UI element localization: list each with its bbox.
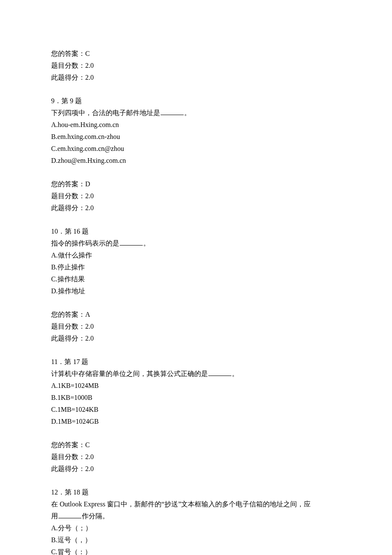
question-number: 10．第 16 题	[51, 225, 341, 237]
question-stem: 指令的操作码表示的是。	[51, 237, 341, 249]
option-a: A.1KB=1024MB	[51, 380, 341, 392]
earned-score-value: 2.0	[85, 335, 94, 342]
full-score-value: 2.0	[85, 323, 94, 330]
answer-label: 您的答案：	[51, 311, 85, 318]
earned-score-label: 此题得分：	[51, 465, 85, 472]
answer-value: C	[85, 50, 90, 57]
answer-line: 您的答案：D	[51, 178, 341, 190]
question-stem-line1: 在 Outlook Express 窗口中，新邮件的“抄送”文本框输入的多个电子…	[51, 498, 341, 510]
stem-post: 。	[232, 370, 239, 377]
answer-label: 您的答案：	[51, 50, 85, 57]
full-score-value: 2.0	[85, 192, 94, 199]
fill-blank	[208, 369, 231, 376]
full-score-line: 题目分数：2.0	[51, 321, 341, 332]
earned-score-value: 2.0	[85, 204, 94, 211]
stem-pre: 计算机中存储容量的单位之间，其换算公式正确的是	[51, 370, 208, 377]
full-score-value: 2.0	[85, 62, 94, 69]
option-b: B.停止操作	[51, 261, 341, 273]
answer-label: 您的答案：	[51, 441, 85, 448]
full-score-label: 题目分数：	[51, 192, 85, 199]
answer-label: 您的答案：	[51, 180, 85, 188]
earned-score-line: 此题得分：2.0	[51, 332, 341, 344]
stem-pre: 下列四项中，合法的电子邮件地址是	[51, 109, 160, 116]
full-score-line: 题目分数：2.0	[51, 60, 341, 72]
earned-score-value: 2.0	[85, 74, 94, 81]
full-score-label: 题目分数：	[51, 323, 85, 330]
option-b: B.1KB=1000B	[51, 392, 341, 404]
question-number: 12．第 18 题	[51, 486, 341, 498]
stem-line2-post: 作分隔。	[82, 512, 109, 520]
question-number: 9．第 9 题	[51, 95, 341, 107]
answer-value: D	[85, 180, 90, 188]
question-stem: 计算机中存储容量的单位之间，其换算公式正确的是。	[51, 368, 341, 380]
option-c: C.冒号（：）	[51, 546, 341, 555]
option-d: D.操作地址	[51, 285, 341, 297]
full-score-label: 题目分数：	[51, 453, 85, 460]
document-page: 您的答案：C 题目分数：2.0 此题得分：2.0 9．第 9 题 下列四项中，合…	[0, 0, 392, 555]
full-score-value: 2.0	[85, 453, 94, 460]
earned-score-line: 此题得分：2.0	[51, 202, 341, 214]
option-a: A.做什么操作	[51, 249, 341, 261]
stem-post: 。	[143, 240, 150, 247]
full-score-label: 题目分数：	[51, 62, 85, 69]
earned-score-label: 此题得分：	[51, 204, 85, 211]
answer-value: A	[85, 311, 90, 318]
option-a: A.hou-em.Hxing.com.cn	[51, 119, 341, 131]
option-a: A.分号（；）	[51, 522, 341, 534]
question-stem: 下列四项中，合法的电子邮件地址是。	[51, 107, 341, 119]
option-c: C.操作结果	[51, 273, 341, 285]
option-d: D.1MB=1024GB	[51, 416, 341, 428]
fill-blank	[161, 108, 184, 115]
stem-line2-pre: 用	[51, 512, 58, 520]
answer-value: C	[85, 441, 90, 448]
earned-score-value: 2.0	[85, 465, 94, 472]
option-c: C.1MB=1024KB	[51, 404, 341, 416]
stem-pre: 指令的操作码表示的是	[51, 240, 119, 247]
earned-score-line: 此题得分：2.0	[51, 463, 341, 475]
full-score-line: 题目分数：2.0	[51, 190, 341, 202]
question-stem-line2: 用作分隔。	[51, 510, 341, 522]
earned-score-label: 此题得分：	[51, 335, 85, 342]
option-c: C.em.hxing.com.cn@zhou	[51, 143, 341, 155]
answer-line: 您的答案：A	[51, 309, 341, 321]
earned-score-label: 此题得分：	[51, 74, 85, 81]
earned-score-line: 此题得分：2.0	[51, 72, 341, 84]
answer-line: 您的答案：C	[51, 439, 341, 451]
fill-blank	[58, 512, 81, 518]
option-b: B.em.hxing.com.cn-zhou	[51, 131, 341, 143]
full-score-line: 题目分数：2.0	[51, 451, 341, 463]
option-b: B.逗号（，）	[51, 534, 341, 546]
stem-post: 。	[184, 109, 191, 116]
option-d: D.zhou@em.Hxing.com.cn	[51, 155, 341, 167]
fill-blank	[120, 239, 143, 246]
question-number: 11．第 17 题	[51, 356, 341, 368]
answer-line: 您的答案：C	[51, 48, 341, 60]
